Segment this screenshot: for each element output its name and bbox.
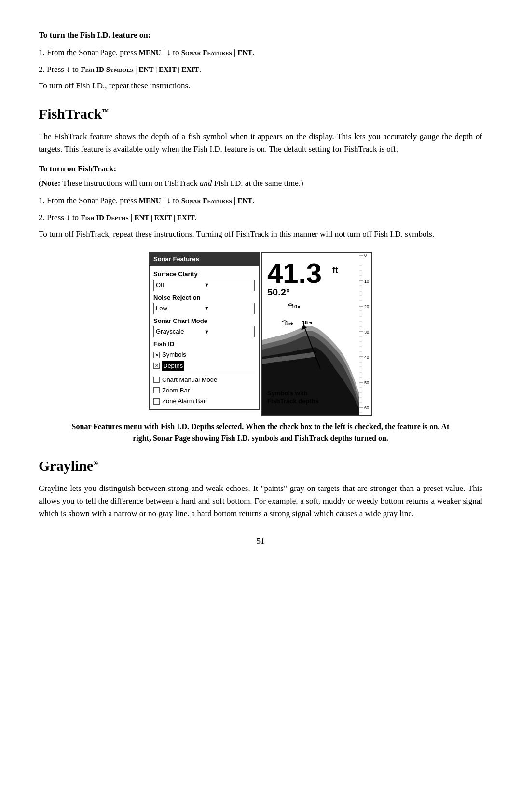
menu-divider [153,373,255,373]
sonar-scale: .sonar-scale { position: absolute; right… [359,253,371,416]
zone-alarm-label: Zone Alarm Bar [162,396,206,406]
fishtrack-note: (Note: These instructions will turn on F… [39,177,482,190]
depths-checkbox-label: Depths [162,361,184,371]
page-number: 51 [39,535,482,547]
fish-id-menu-section: Fish ID Symbols Depths [153,339,255,370]
zoom-bar-checkbox[interactable] [153,387,160,393]
annotation-line2: FishTrack depths [267,397,319,405]
svg-text:30: 30 [364,330,369,335]
ent-key-1: ENT [237,49,252,56]
symbols-checkbox[interactable] [153,352,160,358]
svg-text:20: 20 [364,304,369,309]
sonar-chart-mode-label: Sonar Chart Mode [153,316,255,326]
zone-alarm-checkbox[interactable] [153,398,160,405]
chart-manual-mode-row[interactable]: Chart Manual Mode [153,375,255,385]
svg-text:50: 50 [364,380,369,385]
fishtrack-turn-on-heading: To turn on FishTrack: [39,163,482,175]
ent-exit-keys: ENT | EXIT | EXIT [139,66,199,73]
symbols-checkbox-row[interactable]: Symbols [153,350,255,360]
sonar-page-display: 41.3 ft 50.2° [261,252,372,416]
zone-alarm-row[interactable]: Zone Alarm Bar [153,396,255,406]
chart-manual-mode-label: Chart Manual Mode [162,375,217,385]
fish-id-symbols-label: Fish ID Symbols [81,66,133,73]
noise-rejection-arrow: ▼ [204,304,252,312]
svg-text:15●: 15● [284,321,293,326]
svg-text:60: 60 [364,406,369,410]
noise-rejection-label: Noise Rejection [153,293,255,303]
svg-text:ft: ft [332,266,338,275]
svg-text:10: 10 [364,279,369,284]
noise-rejection-value: Low [156,304,204,313]
sonar-menu-title: Sonar Features [150,253,259,266]
surface-clarity-value: Off [156,280,204,290]
surface-clarity-select[interactable]: Off ▼ [153,280,255,291]
fishtrack-step2: 2. Press ↓ to Fish ID Depths | ENT | EXI… [39,211,482,224]
fish-id-step2: 2. Press ↓ to Fish ID Symbols | ENT | EX… [39,63,482,76]
fish-id-section: To turn the Fish I.D. feature on: 1. Fro… [39,29,482,92]
svg-text:40: 40 [364,355,369,360]
sonar-features-menu: Sonar Features Surface Clarity Off ▼ Noi… [149,252,260,410]
fish-id-heading: To turn the Fish I.D. feature on: [39,29,482,42]
fishtrack-section: FishTrack™ The FishTrack feature shows t… [39,103,482,240]
surface-clarity-arrow: ▼ [204,281,252,289]
sonar-features-label-2: Sonar Features [181,197,232,205]
surface-clarity-label: Surface Clarity [153,269,255,279]
fishtrack-heading: FishTrack™ [39,103,482,126]
menu-key-1: MENU [139,49,161,56]
sonar-annotation: Symbols with FishTrack depths [267,390,319,406]
zoom-bar-label: Zoom Bar [162,386,190,395]
annotation-line1: Symbols with [267,390,308,397]
noise-rejection-select[interactable]: Low ▼ [153,303,255,314]
fish-id-turnoff: To turn off Fish I.D., repeat these inst… [39,80,482,92]
svg-text:41.3: 41.3 [267,257,322,289]
sonar-chart-mode-arrow: ▼ [204,328,252,336]
fishtrack-turnoff: To turn off FishTrack, repeat these inst… [39,228,482,240]
symbols-checkbox-label: Symbols [162,350,186,360]
scale-svg: 0 10 20 30 40 50 60 [359,253,372,416]
grayline-heading: Grayline® [39,455,482,477]
fish-id-depths-label: Fish ID Depths [81,214,128,222]
fish-id-menu-label: Fish ID [153,339,255,349]
menu-key-2: MENU [139,197,161,205]
sonar-features-label-1: Sonar Features [181,49,232,56]
depths-checkbox[interactable] [153,363,160,369]
figure-caption: Sonar Features menu with Fish I.D. Depth… [68,421,453,444]
fishtrack-body: The FishTrack feature shows the depth of… [39,130,482,156]
svg-text:0: 0 [364,253,367,258]
ent-exit-keys-2: ENT | EXIT | EXIT [134,214,194,222]
zoom-bar-row[interactable]: Zoom Bar [153,386,255,395]
grayline-body: Grayline lets you distinguish between st… [39,482,482,520]
grayline-section: Grayline® Grayline lets you distinguish … [39,455,482,520]
chart-manual-mode-checkbox[interactable] [153,377,160,383]
depths-checkbox-row[interactable]: Depths [153,361,255,371]
fish-id-step1: 1. From the Sonar Page, press MENU | ↓ t… [39,46,482,59]
sonar-chart-mode-value: Grayscale [156,327,204,336]
svg-text:50.2°: 50.2° [267,287,290,297]
ent-key-2: ENT [237,197,252,205]
sonar-menu-body: Surface Clarity Off ▼ Noise Rejection Lo… [150,266,259,409]
fishtrack-step1: 1. From the Sonar Page, press MENU | ↓ t… [39,195,482,207]
figure-container: Sonar Features Surface Clarity Off ▼ Noi… [39,252,482,416]
sonar-chart-mode-select[interactable]: Grayscale ▼ [153,326,255,337]
